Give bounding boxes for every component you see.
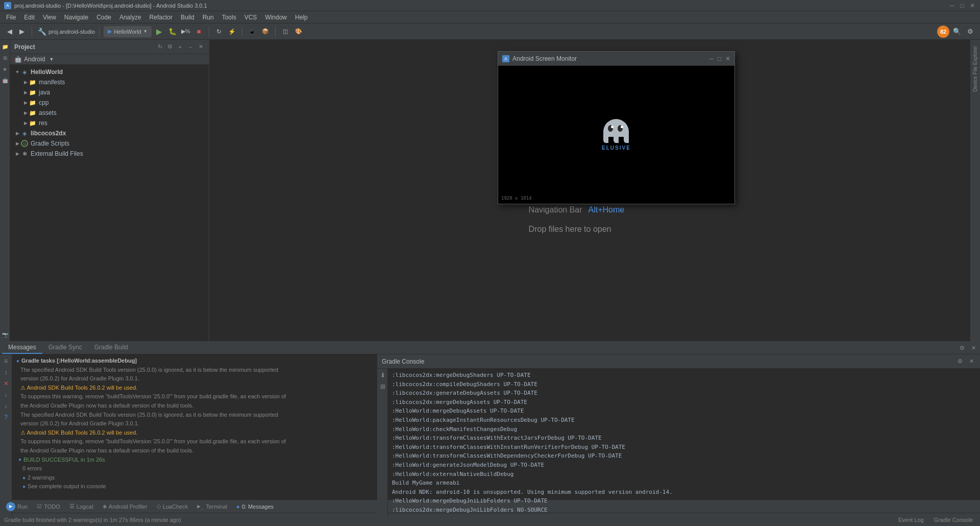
debug-button[interactable]: 🐛 — [167, 26, 178, 37]
avd-manager-button[interactable]: 📱 — [247, 26, 258, 37]
asm-logo-text: ELUSIVE — [602, 145, 631, 151]
menu-vcs[interactable]: VCS — [240, 13, 261, 22]
gc-line-16: :libcocos2dx:mergeDebugJniLibFolders NO-… — [392, 506, 976, 515]
libcocos2dx-expand-icon[interactable]: ▶ — [14, 131, 20, 136]
asm-minimize-button[interactable]: ─ — [709, 55, 714, 62]
tree-item-libcocos2dx[interactable]: ▶ ◈ libcocos2dx — [10, 128, 209, 138]
msg-question-button[interactable]: ? — [2, 413, 11, 422]
gc-scroll-end-icon[interactable]: ⬇ — [378, 371, 387, 380]
menu-window[interactable]: Window — [261, 13, 291, 22]
msg-filter-button[interactable]: ≡ — [2, 356, 11, 366]
msg-info-button[interactable]: ↓ — [2, 401, 11, 411]
project-tab-icon[interactable]: 📁 — [1, 42, 10, 51]
menu-view[interactable]: View — [39, 13, 60, 22]
theme-editor-button[interactable]: 🎨 — [293, 26, 304, 37]
taskbar-terminal[interactable]: ▶_ Terminal — [193, 502, 231, 511]
menu-edit[interactable]: Edit — [20, 13, 39, 22]
sync-button[interactable]: ↻ — [213, 26, 225, 37]
msg-line-8: ⚠ Android SDK Build Tools 26.0.2 will be… — [20, 428, 373, 438]
back-button[interactable]: ◀ — [4, 26, 15, 37]
tree-item-external-build[interactable]: ▶ ✱ External Build Files — [10, 149, 209, 159]
asm-close-button[interactable]: ✕ — [725, 55, 730, 62]
tree-item-res[interactable]: ▶ 📁 res — [10, 118, 209, 128]
forward-button[interactable]: ▶ — [16, 26, 28, 37]
project-sync-icon[interactable]: ↻ — [156, 43, 164, 51]
msg-warning-button[interactable]: ↓ — [2, 390, 11, 399]
menu-run[interactable]: Run — [199, 13, 218, 22]
taskbar-logcat[interactable]: ☰ Logcat — [65, 502, 97, 511]
asm-app-icon: A — [502, 55, 509, 62]
taskbar-todo[interactable]: ☑ TODO — [33, 502, 64, 511]
gc-expand-icon[interactable]: ⊞ — [378, 382, 387, 391]
bottom-panel-settings-icon[interactable]: ⚙ — [958, 343, 967, 352]
project-view-dropdown[interactable]: 🤖 Android ▼ — [10, 54, 209, 65]
tab-messages[interactable]: Messages — [2, 342, 42, 354]
status-event-log[interactable]: Event Log — [895, 517, 927, 523]
tab-gradle-sync[interactable]: Gradle Sync — [42, 342, 88, 354]
gradle-scripts-expand-icon[interactable]: ▶ — [14, 141, 20, 146]
taskbar-android-profiler[interactable]: ◈ Android Profiler — [99, 502, 152, 511]
menu-code[interactable]: Code — [92, 13, 115, 22]
msg-line-10: the Android Gradle Plugin now has a defa… — [20, 446, 373, 456]
menu-build[interactable]: Build — [177, 13, 199, 22]
capture-tab-icon[interactable]: 📷 — [1, 330, 10, 339]
menu-help[interactable]: Help — [291, 13, 312, 22]
cpp-expand-icon[interactable]: ▶ — [22, 100, 29, 105]
settings-button[interactable]: ⚙ — [965, 26, 976, 37]
stop-button[interactable]: ■ — [193, 26, 205, 37]
status-gradle-console[interactable]: Gradle Console — [931, 517, 976, 523]
project-collapse-icon[interactable]: − — [186, 43, 194, 51]
bottom-content: ≡ ↕ ✕ ↓ ↓ ? Gradle tasks [:HelloWorld:as… — [0, 354, 980, 517]
sdk-manager-button[interactable]: 📦 — [260, 26, 271, 37]
menu-analyze[interactable]: Analyze — [115, 13, 145, 22]
project-cog-icon[interactable]: ⚙ — [166, 43, 174, 51]
menu-navigate[interactable]: Navigate — [60, 13, 92, 22]
res-expand-icon[interactable]: ▶ — [22, 121, 29, 126]
helloworld-expand-icon[interactable]: ▼ — [14, 69, 20, 75]
minimize-button[interactable]: ─ — [948, 2, 955, 9]
tree-item-manifests[interactable]: ▶ 📁 manifests — [10, 77, 209, 87]
tree-item-helloworld[interactable]: ▼ ◈ HelloWorld — [10, 67, 209, 77]
project-close-icon[interactable]: ✕ — [197, 43, 205, 51]
tree-item-gradle-scripts[interactable]: ▶ G Gradle Scripts — [10, 138, 209, 149]
maximize-button[interactable]: □ — [959, 2, 966, 9]
menu-tools[interactable]: Tools — [218, 13, 240, 22]
close-button[interactable]: ✕ — [969, 2, 976, 9]
assets-expand-icon[interactable]: ▶ — [22, 110, 29, 115]
project-expand-icon[interactable]: + — [176, 43, 184, 51]
layout-editor-button[interactable]: ◫ — [280, 26, 291, 37]
favorites-tab-icon[interactable]: ★ — [1, 64, 10, 74]
menu-refactor[interactable]: Refactor — [145, 13, 177, 22]
structure-tab-icon[interactable]: ⊞ — [1, 53, 10, 62]
search-everywhere-button[interactable]: 🔍 — [951, 26, 963, 37]
tree-item-cpp[interactable]: ▶ 📁 cpp — [10, 98, 209, 108]
tab-gradle-build[interactable]: Gradle Build — [88, 342, 134, 354]
msg-scroll-button[interactable]: ↕ — [2, 368, 11, 377]
java-folder-icon: 📁 — [29, 88, 37, 97]
asm-maximize-button[interactable]: □ — [718, 55, 721, 62]
run-config-selector[interactable]: ▶ HelloWorld ▼ — [104, 26, 152, 37]
tree-item-java[interactable]: ▶ 📁 java — [10, 87, 209, 98]
toolbar-project-icon[interactable]: 🔧 — [36, 26, 47, 37]
project-panel: Project ↻ ⚙ + − ✕ 🤖 Android ▼ ▼ ◈ HelloW… — [10, 40, 209, 341]
device-file-explorer-tab[interactable]: Device File Explorer — [971, 42, 979, 95]
gradle-sync-button[interactable]: ⚡ — [227, 26, 238, 37]
user-avatar[interactable]: 82 — [937, 26, 949, 38]
msg-error-button[interactable]: ✕ — [2, 379, 11, 388]
gc-settings-icon[interactable]: ⚙ — [955, 357, 965, 366]
tree-item-assets[interactable]: ▶ 📁 assets — [10, 108, 209, 118]
ext-build-expand-icon[interactable]: ▶ — [14, 151, 20, 156]
manifests-expand-icon[interactable]: ▶ — [22, 80, 29, 85]
android-tab-icon[interactable]: 🤖 — [1, 76, 10, 85]
taskbar-run[interactable]: ▶ Run — [2, 501, 32, 512]
run-with-coverage-button[interactable]: ▶% — [180, 26, 191, 37]
asm-titlebar[interactable]: A Android Screen Monitor ─ □ ✕ — [498, 52, 734, 66]
bottom-panel-close-icon[interactable]: ✕ — [969, 343, 978, 352]
asm-coords: 1920 x 1014 — [501, 196, 532, 201]
taskbar-luacheck[interactable]: ◇ LuaCheck — [153, 502, 192, 511]
menu-file[interactable]: File — [2, 13, 20, 22]
java-expand-icon[interactable]: ▶ — [22, 90, 29, 95]
gc-close-icon[interactable]: ✕ — [967, 357, 976, 366]
taskbar-messages[interactable]: ● 0: Messages — [232, 503, 278, 511]
run-button[interactable]: ▶ — [154, 26, 165, 37]
